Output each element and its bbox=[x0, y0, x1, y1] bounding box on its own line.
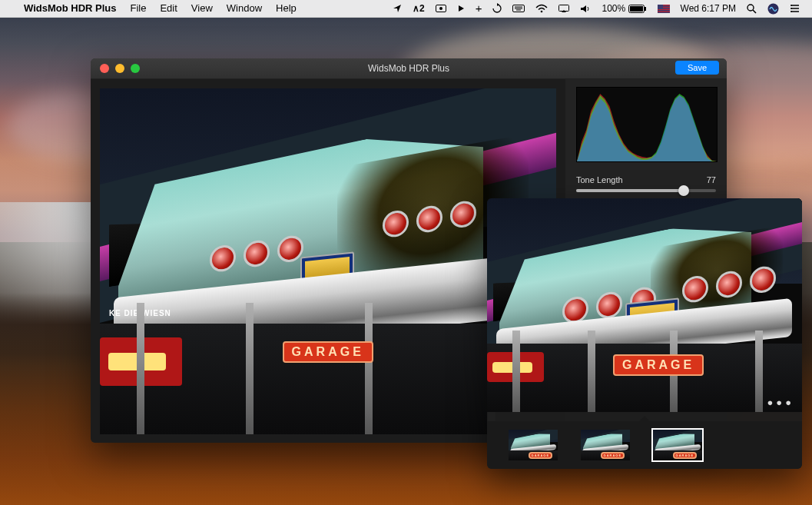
zoom-button[interactable] bbox=[131, 64, 140, 73]
menu-view[interactable]: View bbox=[184, 0, 220, 17]
histogram bbox=[576, 87, 718, 162]
preview-popover: GARAGE ●●● GARAGE GARAGE GARAGE bbox=[487, 198, 802, 469]
svg-rect-16 bbox=[658, 5, 663, 9]
window-controls bbox=[91, 64, 140, 73]
svg-rect-9 bbox=[630, 6, 643, 12]
sync-icon[interactable] bbox=[487, 4, 507, 13]
svg-point-25 bbox=[790, 11, 792, 12]
svg-point-17 bbox=[747, 5, 754, 11]
tone-length-value: 77 bbox=[707, 175, 716, 184]
svg-line-18 bbox=[753, 10, 756, 13]
adobe-count: 2 bbox=[419, 0, 425, 17]
tone-length-control: Tone Length 77 bbox=[576, 175, 716, 192]
airplay-icon[interactable] bbox=[553, 5, 575, 13]
notification-center-icon[interactable] bbox=[784, 4, 806, 13]
play-icon[interactable] bbox=[452, 5, 470, 12]
svg-point-23 bbox=[790, 5, 792, 6]
adobe-cc-icon[interactable]: ∧2 bbox=[407, 0, 430, 17]
spotlight-icon[interactable] bbox=[741, 4, 762, 14]
minimize-button[interactable] bbox=[115, 64, 124, 73]
save-button[interactable]: Save bbox=[675, 61, 719, 75]
photo-sign: GARAGE bbox=[283, 341, 373, 363]
more-icon[interactable]: ●●● bbox=[767, 397, 794, 408]
menu-window[interactable]: Window bbox=[220, 0, 269, 17]
thumbnail-2[interactable]: GARAGE bbox=[579, 428, 631, 462]
macos-menu-bar: WidsMob HDR Plus File Edit View Window H… bbox=[0, 0, 812, 18]
menu-edit[interactable]: Edit bbox=[153, 0, 184, 17]
preview-image[interactable]: GARAGE bbox=[487, 198, 802, 412]
tone-length-slider[interactable] bbox=[576, 189, 716, 192]
keyboard-icon[interactable] bbox=[507, 5, 530, 12]
wifi-icon[interactable] bbox=[530, 5, 553, 13]
clock[interactable]: Wed 6:17 PM bbox=[675, 0, 741, 17]
battery-pct: 100% bbox=[602, 0, 625, 17]
thumbnail-1[interactable]: GARAGE bbox=[507, 428, 559, 462]
battery-status[interactable]: 100% bbox=[596, 0, 651, 17]
app-menu[interactable]: WidsMob HDR Plus bbox=[17, 0, 124, 17]
volume-icon[interactable] bbox=[575, 5, 596, 13]
close-button[interactable] bbox=[100, 64, 109, 73]
siri-icon[interactable] bbox=[762, 3, 784, 15]
screen-record-icon[interactable] bbox=[430, 5, 452, 12]
svg-rect-10 bbox=[645, 7, 646, 11]
input-flag-icon[interactable] bbox=[652, 5, 675, 13]
thumbnail-3[interactable]: GARAGE bbox=[651, 428, 704, 462]
window-title: WidsMob HDR Plus bbox=[91, 63, 727, 74]
title-bar[interactable]: WidsMob HDR Plus Save bbox=[91, 58, 727, 79]
svg-point-1 bbox=[439, 7, 442, 10]
svg-point-6 bbox=[541, 10, 543, 12]
thumbnail-strip: GARAGE GARAGE GARAGE bbox=[487, 421, 802, 469]
menu-file[interactable]: File bbox=[124, 0, 154, 17]
menu-help[interactable]: Help bbox=[269, 0, 303, 17]
tone-length-label: Tone Length bbox=[576, 175, 623, 184]
svg-rect-15 bbox=[658, 11, 670, 12]
svg-point-24 bbox=[790, 8, 792, 9]
add-icon[interactable]: + bbox=[470, 0, 488, 17]
location-icon[interactable] bbox=[387, 4, 407, 13]
